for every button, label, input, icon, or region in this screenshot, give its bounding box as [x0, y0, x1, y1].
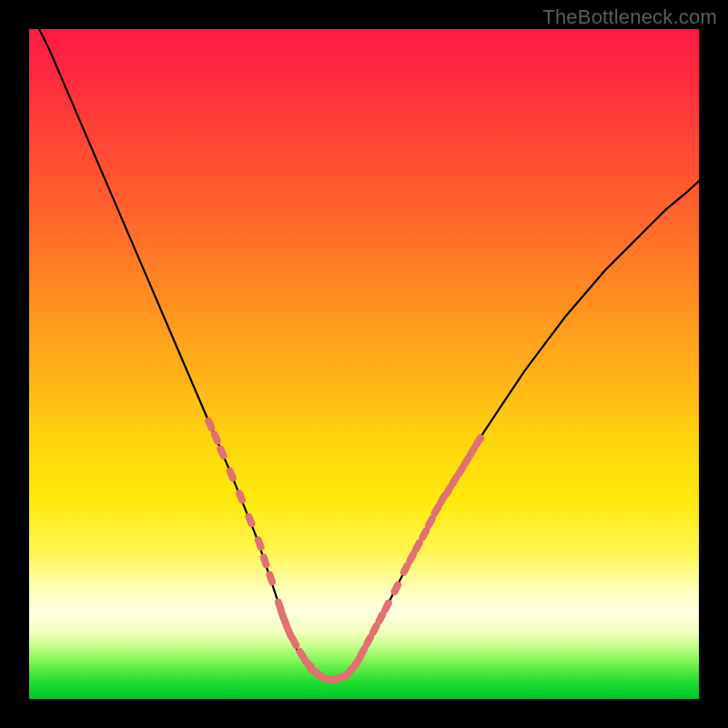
- curve-marker: [254, 535, 266, 551]
- curve-marker: [235, 489, 247, 505]
- curve-path: [29, 29, 699, 680]
- curve-marker: [204, 416, 217, 432]
- bottleneck-curve: [29, 29, 699, 680]
- curve-marker: [226, 467, 238, 483]
- curve-marker: [259, 553, 271, 570]
- curve-marker: [389, 581, 403, 597]
- curve-marker: [216, 444, 228, 460]
- curve-marker: [210, 430, 223, 446]
- curve-marker: [244, 512, 256, 529]
- chart-svg: [29, 29, 699, 699]
- chart-frame: TheBottleneck.com: [0, 0, 728, 728]
- plot-area: [29, 29, 699, 699]
- curve-marker: [265, 571, 277, 587]
- watermark-text: TheBottleneck.com: [542, 5, 717, 29]
- marker-group: [204, 416, 486, 683]
